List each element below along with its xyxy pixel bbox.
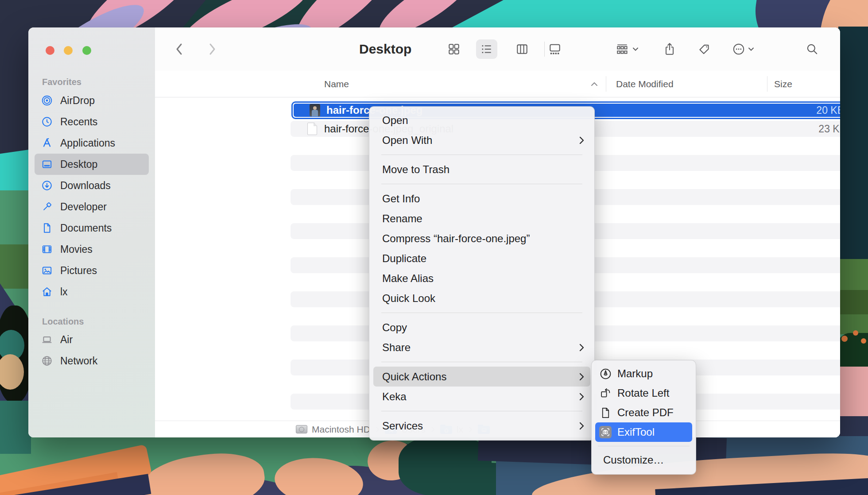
rotate-left-icon: [599, 387, 612, 400]
icon-view-button[interactable]: [443, 39, 465, 59]
menu-item-open[interactable]: Open: [373, 110, 590, 130]
sidebar-item-downloads[interactable]: Downloads: [35, 175, 149, 196]
menu-item-duplicate[interactable]: Duplicate: [373, 248, 590, 268]
menu-separator: [381, 313, 582, 313]
more-actions-button[interactable]: [727, 39, 759, 59]
menu-item-label: Keka: [382, 391, 407, 403]
zoom-button[interactable]: [82, 46, 91, 55]
menu-item-quick-look[interactable]: Quick Look: [373, 288, 590, 308]
menu-item-label: Make Alias: [382, 272, 434, 285]
airdrop-icon: [41, 94, 53, 107]
list-view-button[interactable]: [476, 39, 497, 59]
sidebar-item-applications[interactable]: Applications: [35, 132, 149, 154]
sidebar-item-label: Network: [60, 355, 97, 367]
submenu-item-rotate-left[interactable]: Rotate Left: [595, 383, 692, 403]
wallpaper-shape: [838, 27, 868, 261]
column-header-size[interactable]: Size: [774, 71, 792, 97]
chevron-right-icon: [207, 42, 217, 57]
forward-button[interactable]: [203, 40, 221, 58]
hard-drive-icon: [296, 425, 307, 433]
menu-item-label: Quick Look: [382, 292, 435, 305]
list-view-icon: [480, 43, 493, 56]
sidebar-section-favorites: Favorites: [42, 77, 81, 87]
document-icon: [41, 222, 53, 234]
gallery-view-icon: [548, 43, 562, 56]
minimize-button[interactable]: [64, 46, 73, 55]
chevron-right-icon: [579, 344, 584, 352]
menu-item-copy[interactable]: Copy: [373, 317, 590, 337]
submenu-item-markup[interactable]: Markup: [595, 364, 692, 383]
wallpaper-shape: [0, 244, 31, 289]
applications-icon: [41, 137, 53, 149]
column-divider[interactable]: [767, 76, 767, 92]
submenu-item-exiftool[interactable]: ExifTool: [595, 422, 692, 442]
path-item-macintosh-hd[interactable]: Macintosh HD: [296, 424, 370, 435]
submenu-item-customize[interactable]: Customize…: [595, 450, 692, 470]
menu-item-get-info[interactable]: Get Info: [373, 189, 590, 209]
sidebar-item-label: AirDrop: [60, 95, 95, 107]
sidebar-item-desktop[interactable]: Desktop: [35, 154, 149, 175]
menu-item-label: Open: [382, 114, 408, 127]
wallpaper-shape: [861, 338, 866, 344]
menu-separator: [381, 155, 582, 155]
chevron-right-icon: [579, 373, 584, 381]
exiftool-icon: [599, 425, 612, 439]
sidebar-item-movies[interactable]: Movies: [35, 239, 149, 260]
column-header-name[interactable]: Name: [324, 71, 349, 97]
sidebar-item-recents[interactable]: Recents: [35, 111, 149, 132]
column-header-date-modified[interactable]: Date Modified: [616, 71, 674, 97]
quick-actions-submenu: Markup Rotate Left Create PDF ExifTool C…: [591, 360, 696, 475]
menu-item-label: Open With: [382, 134, 432, 147]
close-button[interactable]: [46, 46, 54, 55]
gallery-view-button[interactable]: [544, 39, 566, 59]
sidebar-item-label: Desktop: [60, 159, 97, 170]
sidebar-item-home[interactable]: lx: [35, 281, 149, 302]
chevron-right-icon: [579, 422, 584, 430]
sidebar-item-developer[interactable]: Developer: [35, 196, 149, 217]
menu-item-quick-actions[interactable]: Quick Actions: [373, 367, 590, 387]
menu-item-keka[interactable]: Keka: [373, 387, 590, 406]
menu-item-move-to-trash[interactable]: Move to Trash: [373, 159, 590, 179]
sidebar-item-label: Recents: [60, 116, 97, 128]
sidebar-item-label: lx: [60, 286, 68, 298]
wallpaper-shape: [838, 259, 868, 290]
submenu-item-create-pdf[interactable]: Create PDF: [595, 403, 692, 422]
sidebar-item-documents[interactable]: Documents: [35, 217, 149, 239]
column-view-icon: [515, 43, 529, 56]
menu-item-label: Quick Actions: [382, 371, 446, 383]
file-size: 23 KB: [818, 123, 840, 135]
hammer-icon: [41, 201, 53, 213]
document-file-icon: [307, 123, 317, 135]
search-button[interactable]: [802, 39, 823, 59]
submenu-item-label: Markup: [617, 367, 653, 380]
menu-item-open-with[interactable]: Open With: [373, 130, 590, 150]
menu-item-make-alias[interactable]: Make Alias: [373, 268, 590, 288]
menu-item-compress[interactable]: Compress “hair-force-one.jpeg”: [373, 228, 590, 248]
menu-item-services[interactable]: Services: [373, 416, 590, 436]
submenu-item-label: Rotate Left: [617, 387, 669, 399]
group-by-button[interactable]: [611, 39, 643, 59]
photo-thumbnail-icon: [310, 104, 320, 116]
globe-icon: [41, 355, 53, 367]
share-button[interactable]: [659, 39, 680, 59]
context-menu: Open Open With Move to Trash Get Info Re…: [369, 106, 595, 441]
sidebar-item-label: Movies: [60, 244, 93, 255]
menu-item-label: Share: [382, 341, 411, 354]
column-divider[interactable]: [606, 76, 606, 92]
sort-ascending-icon: [591, 82, 598, 86]
clock-icon: [41, 116, 53, 128]
menu-item-share[interactable]: Share: [373, 337, 590, 357]
sidebar-item-airdrop[interactable]: AirDrop: [35, 90, 149, 111]
submenu-item-label: Create PDF: [617, 406, 674, 419]
tags-button[interactable]: [694, 39, 715, 59]
menu-item-rename[interactable]: Rename: [373, 209, 590, 228]
sidebar-item-air[interactable]: Air: [35, 329, 149, 350]
menu-item-label: Move to Trash: [382, 163, 450, 176]
back-button[interactable]: [170, 40, 188, 58]
sidebar-item-pictures[interactable]: Pictures: [35, 260, 149, 281]
sidebar: Favorites AirDrop Recents Applications D…: [28, 27, 155, 437]
column-view-button[interactable]: [512, 39, 533, 59]
submenu-separator: [598, 446, 690, 446]
sidebar-item-label: Downloads: [60, 180, 111, 192]
sidebar-item-network[interactable]: Network: [35, 350, 149, 371]
